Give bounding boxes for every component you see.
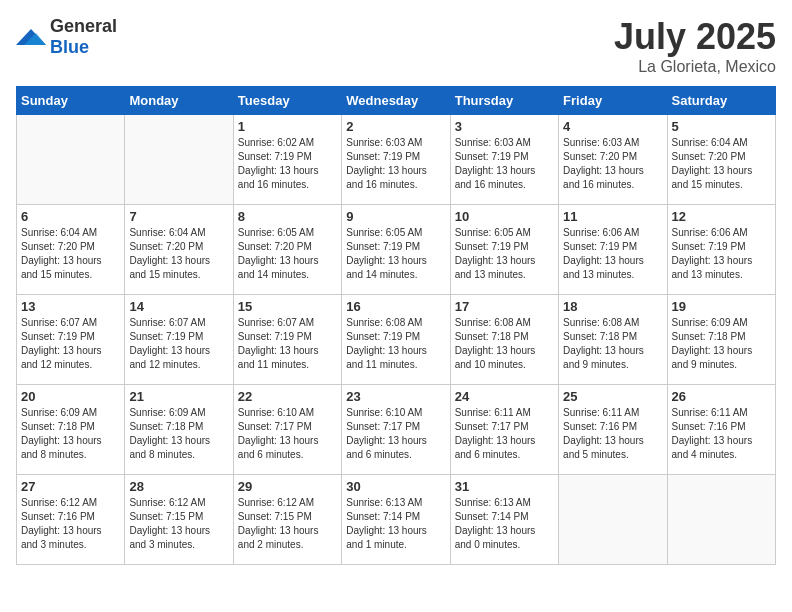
day-number: 14 — [129, 299, 228, 314]
day-number: 15 — [238, 299, 337, 314]
calendar-cell: 20Sunrise: 6:09 AM Sunset: 7:18 PM Dayli… — [17, 385, 125, 475]
logo-text: General Blue — [50, 16, 117, 58]
day-info: Sunrise: 6:05 AM Sunset: 7:19 PM Dayligh… — [455, 226, 554, 282]
calendar-cell: 1Sunrise: 6:02 AM Sunset: 7:19 PM Daylig… — [233, 115, 341, 205]
day-number: 27 — [21, 479, 120, 494]
day-info: Sunrise: 6:12 AM Sunset: 7:16 PM Dayligh… — [21, 496, 120, 552]
day-number: 19 — [672, 299, 771, 314]
calendar-cell: 28Sunrise: 6:12 AM Sunset: 7:15 PM Dayli… — [125, 475, 233, 565]
day-info: Sunrise: 6:03 AM Sunset: 7:19 PM Dayligh… — [346, 136, 445, 192]
calendar-cell — [559, 475, 667, 565]
weekday-header-friday: Friday — [559, 87, 667, 115]
day-info: Sunrise: 6:11 AM Sunset: 7:17 PM Dayligh… — [455, 406, 554, 462]
day-number: 22 — [238, 389, 337, 404]
day-info: Sunrise: 6:09 AM Sunset: 7:18 PM Dayligh… — [129, 406, 228, 462]
day-number: 24 — [455, 389, 554, 404]
day-info: Sunrise: 6:03 AM Sunset: 7:19 PM Dayligh… — [455, 136, 554, 192]
calendar-title: July 2025 — [614, 16, 776, 58]
day-info: Sunrise: 6:04 AM Sunset: 7:20 PM Dayligh… — [21, 226, 120, 282]
day-info: Sunrise: 6:10 AM Sunset: 7:17 PM Dayligh… — [346, 406, 445, 462]
calendar-cell: 21Sunrise: 6:09 AM Sunset: 7:18 PM Dayli… — [125, 385, 233, 475]
calendar-cell: 4Sunrise: 6:03 AM Sunset: 7:20 PM Daylig… — [559, 115, 667, 205]
calendar-cell: 2Sunrise: 6:03 AM Sunset: 7:19 PM Daylig… — [342, 115, 450, 205]
day-number: 23 — [346, 389, 445, 404]
calendar-cell: 3Sunrise: 6:03 AM Sunset: 7:19 PM Daylig… — [450, 115, 558, 205]
day-number: 26 — [672, 389, 771, 404]
calendar-cell: 31Sunrise: 6:13 AM Sunset: 7:14 PM Dayli… — [450, 475, 558, 565]
day-number: 21 — [129, 389, 228, 404]
calendar-cell: 12Sunrise: 6:06 AM Sunset: 7:19 PM Dayli… — [667, 205, 775, 295]
day-info: Sunrise: 6:07 AM Sunset: 7:19 PM Dayligh… — [129, 316, 228, 372]
calendar-cell: 22Sunrise: 6:10 AM Sunset: 7:17 PM Dayli… — [233, 385, 341, 475]
day-info: Sunrise: 6:08 AM Sunset: 7:19 PM Dayligh… — [346, 316, 445, 372]
calendar-cell: 5Sunrise: 6:04 AM Sunset: 7:20 PM Daylig… — [667, 115, 775, 205]
calendar-subtitle: La Glorieta, Mexico — [614, 58, 776, 76]
day-number: 9 — [346, 209, 445, 224]
day-info: Sunrise: 6:10 AM Sunset: 7:17 PM Dayligh… — [238, 406, 337, 462]
day-number: 12 — [672, 209, 771, 224]
day-info: Sunrise: 6:03 AM Sunset: 7:20 PM Dayligh… — [563, 136, 662, 192]
logo: General Blue — [16, 16, 117, 58]
calendar-cell: 11Sunrise: 6:06 AM Sunset: 7:19 PM Dayli… — [559, 205, 667, 295]
day-number: 4 — [563, 119, 662, 134]
day-info: Sunrise: 6:06 AM Sunset: 7:19 PM Dayligh… — [672, 226, 771, 282]
day-info: Sunrise: 6:09 AM Sunset: 7:18 PM Dayligh… — [672, 316, 771, 372]
calendar-cell: 24Sunrise: 6:11 AM Sunset: 7:17 PM Dayli… — [450, 385, 558, 475]
day-info: Sunrise: 6:11 AM Sunset: 7:16 PM Dayligh… — [563, 406, 662, 462]
weekday-header-saturday: Saturday — [667, 87, 775, 115]
week-row-4: 20Sunrise: 6:09 AM Sunset: 7:18 PM Dayli… — [17, 385, 776, 475]
day-info: Sunrise: 6:08 AM Sunset: 7:18 PM Dayligh… — [563, 316, 662, 372]
day-number: 13 — [21, 299, 120, 314]
day-info: Sunrise: 6:09 AM Sunset: 7:18 PM Dayligh… — [21, 406, 120, 462]
day-number: 29 — [238, 479, 337, 494]
weekday-header-thursday: Thursday — [450, 87, 558, 115]
day-info: Sunrise: 6:06 AM Sunset: 7:19 PM Dayligh… — [563, 226, 662, 282]
day-info: Sunrise: 6:07 AM Sunset: 7:19 PM Dayligh… — [238, 316, 337, 372]
day-number: 5 — [672, 119, 771, 134]
calendar-cell: 15Sunrise: 6:07 AM Sunset: 7:19 PM Dayli… — [233, 295, 341, 385]
day-info: Sunrise: 6:05 AM Sunset: 7:19 PM Dayligh… — [346, 226, 445, 282]
weekday-header-tuesday: Tuesday — [233, 87, 341, 115]
calendar-cell: 18Sunrise: 6:08 AM Sunset: 7:18 PM Dayli… — [559, 295, 667, 385]
calendar-cell: 13Sunrise: 6:07 AM Sunset: 7:19 PM Dayli… — [17, 295, 125, 385]
calendar-cell: 29Sunrise: 6:12 AM Sunset: 7:15 PM Dayli… — [233, 475, 341, 565]
calendar-cell — [125, 115, 233, 205]
day-info: Sunrise: 6:07 AM Sunset: 7:19 PM Dayligh… — [21, 316, 120, 372]
page-header: General Blue July 2025 La Glorieta, Mexi… — [16, 16, 776, 76]
logo-blue: Blue — [50, 37, 89, 57]
calendar-table: SundayMondayTuesdayWednesdayThursdayFrid… — [16, 86, 776, 565]
calendar-cell: 7Sunrise: 6:04 AM Sunset: 7:20 PM Daylig… — [125, 205, 233, 295]
weekday-header-monday: Monday — [125, 87, 233, 115]
calendar-cell: 26Sunrise: 6:11 AM Sunset: 7:16 PM Dayli… — [667, 385, 775, 475]
day-info: Sunrise: 6:12 AM Sunset: 7:15 PM Dayligh… — [129, 496, 228, 552]
calendar-cell: 17Sunrise: 6:08 AM Sunset: 7:18 PM Dayli… — [450, 295, 558, 385]
weekday-header-row: SundayMondayTuesdayWednesdayThursdayFrid… — [17, 87, 776, 115]
day-info: Sunrise: 6:08 AM Sunset: 7:18 PM Dayligh… — [455, 316, 554, 372]
day-number: 30 — [346, 479, 445, 494]
calendar-cell — [667, 475, 775, 565]
day-number: 18 — [563, 299, 662, 314]
calendar-cell: 23Sunrise: 6:10 AM Sunset: 7:17 PM Dayli… — [342, 385, 450, 475]
day-number: 20 — [21, 389, 120, 404]
calendar-cell: 14Sunrise: 6:07 AM Sunset: 7:19 PM Dayli… — [125, 295, 233, 385]
day-number: 7 — [129, 209, 228, 224]
weekday-header-wednesday: Wednesday — [342, 87, 450, 115]
day-number: 25 — [563, 389, 662, 404]
calendar-cell: 16Sunrise: 6:08 AM Sunset: 7:19 PM Dayli… — [342, 295, 450, 385]
calendar-cell: 8Sunrise: 6:05 AM Sunset: 7:20 PM Daylig… — [233, 205, 341, 295]
day-info: Sunrise: 6:04 AM Sunset: 7:20 PM Dayligh… — [672, 136, 771, 192]
calendar-cell: 25Sunrise: 6:11 AM Sunset: 7:16 PM Dayli… — [559, 385, 667, 475]
calendar-cell: 6Sunrise: 6:04 AM Sunset: 7:20 PM Daylig… — [17, 205, 125, 295]
day-number: 3 — [455, 119, 554, 134]
day-number: 10 — [455, 209, 554, 224]
calendar-cell — [17, 115, 125, 205]
day-info: Sunrise: 6:13 AM Sunset: 7:14 PM Dayligh… — [455, 496, 554, 552]
day-number: 2 — [346, 119, 445, 134]
logo-icon — [16, 25, 46, 49]
day-info: Sunrise: 6:11 AM Sunset: 7:16 PM Dayligh… — [672, 406, 771, 462]
day-info: Sunrise: 6:12 AM Sunset: 7:15 PM Dayligh… — [238, 496, 337, 552]
day-number: 16 — [346, 299, 445, 314]
day-info: Sunrise: 6:13 AM Sunset: 7:14 PM Dayligh… — [346, 496, 445, 552]
day-number: 31 — [455, 479, 554, 494]
calendar-cell: 19Sunrise: 6:09 AM Sunset: 7:18 PM Dayli… — [667, 295, 775, 385]
